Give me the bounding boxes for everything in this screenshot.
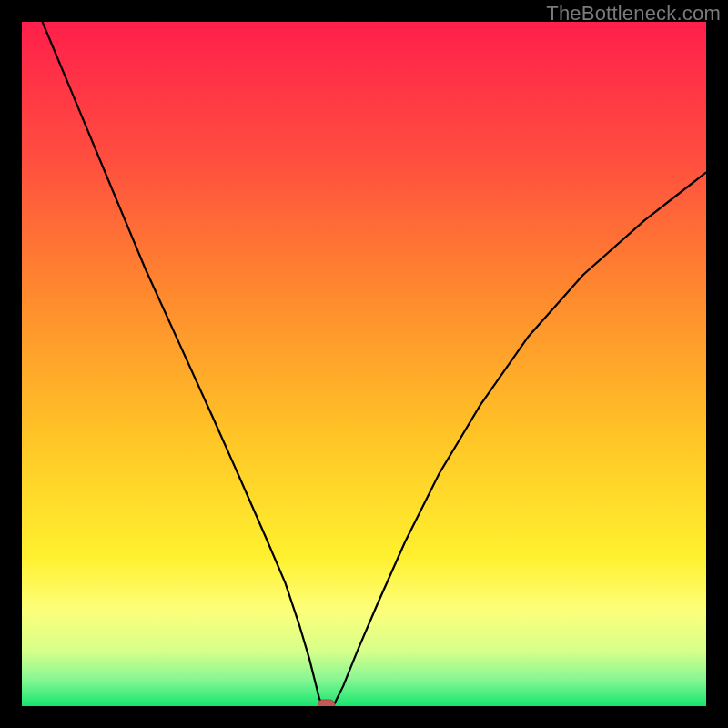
gradient-background [22, 22, 706, 706]
optimal-point-marker [318, 700, 335, 706]
watermark-label: TheBottleneck.com [546, 2, 721, 25]
chart-frame [22, 22, 706, 706]
bottleneck-plot [22, 22, 706, 706]
